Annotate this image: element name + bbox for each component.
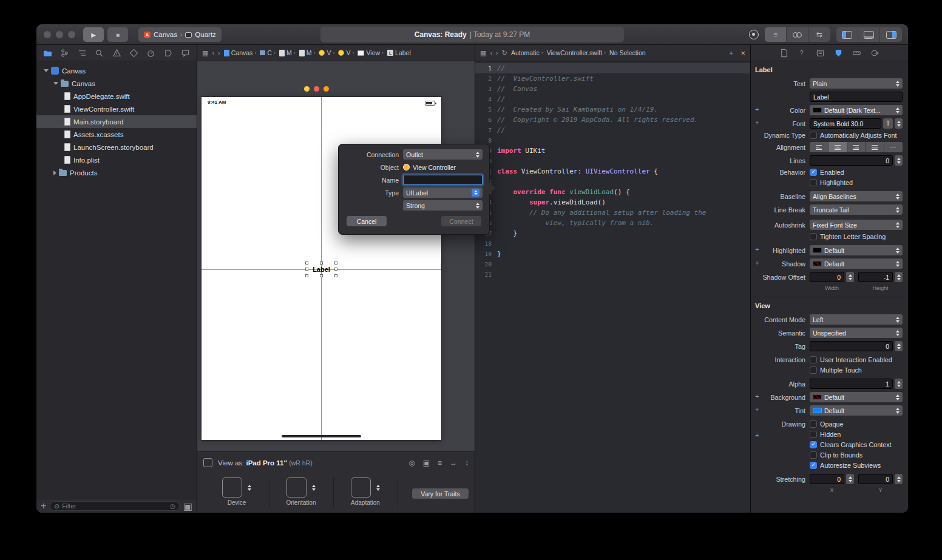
shadow-width-field[interactable]: 0 — [810, 272, 844, 282]
crumb-folder[interactable]: C› — [260, 49, 276, 56]
font-picker-button[interactable]: T — [883, 118, 893, 129]
line-number[interactable]: 20 — [475, 259, 497, 269]
label-text-field[interactable]: Label — [810, 92, 903, 102]
background-color-popup[interactable]: Default — [810, 392, 903, 402]
stretching-y-stepper[interactable] — [895, 474, 903, 484]
line-number[interactable]: 7 — [475, 125, 497, 135]
file-row[interactable]: Info.plist — [36, 153, 197, 166]
file-row[interactable]: Main.storyboard — [36, 115, 197, 128]
code-line[interactable]: 12 — [475, 177, 750, 187]
version-editor-button[interactable]: ⇆ — [808, 27, 830, 42]
attributes-inspector-tab[interactable] — [834, 49, 843, 58]
shadow-height-stepper[interactable] — [895, 272, 903, 282]
embed-icon[interactable]: ▣ — [423, 459, 430, 467]
align-center-segment[interactable] — [828, 142, 847, 152]
resize-handle[interactable] — [334, 268, 337, 271]
autoshrink-popup[interactable]: Fixed Font Size — [810, 220, 903, 230]
name-input[interactable] — [403, 175, 483, 185]
connection-popup[interactable]: Outlet — [403, 149, 483, 160]
disclosure-open-icon[interactable] — [44, 69, 49, 72]
crumb-file[interactable]: M› — [299, 49, 316, 56]
code-line[interactable]: 19} — [475, 249, 750, 259]
close-window-button[interactable] — [44, 31, 51, 38]
toggle-inspector-button[interactable] — [880, 27, 902, 42]
alpha-field[interactable]: 1 — [810, 379, 893, 389]
source-control-navigator-tab[interactable] — [60, 49, 69, 58]
recents-icon[interactable]: ◷ — [170, 502, 175, 510]
align-natural-segment[interactable]: --- — [884, 142, 903, 152]
code-line[interactable]: 4// — [475, 94, 750, 104]
add-editor-icon[interactable]: + — [729, 49, 734, 58]
code-line[interactable]: 11class ViewController: UIViewController… — [475, 166, 750, 177]
tighten-letter-spacing-checkbox[interactable] — [810, 233, 817, 240]
lines-field[interactable]: 0 — [810, 155, 893, 166]
storage-popup[interactable]: Strong — [403, 200, 483, 211]
shadow-color-popup[interactable]: Default — [810, 258, 903, 269]
content-mode-popup[interactable]: Left — [810, 314, 903, 325]
adaptation-box[interactable] — [351, 477, 371, 498]
code-line[interactable]: 10 — [475, 156, 750, 166]
opaque-checkbox[interactable] — [810, 420, 817, 428]
chevron-updown-icon[interactable] — [245, 485, 251, 491]
file-row[interactable]: AppDelegate.swift — [36, 90, 197, 103]
code-line[interactable]: 21 — [475, 269, 750, 280]
file-inspector-tab[interactable] — [779, 49, 788, 58]
align-right-segment[interactable] — [847, 142, 866, 152]
crumb-view[interactable]: View› — [357, 49, 384, 56]
device-config-icon[interactable] — [203, 458, 212, 467]
code-line[interactable]: 6// Copyright © 2019 AppCoda. All rights… — [475, 115, 750, 125]
cancel-button[interactable]: Cancel — [347, 216, 387, 226]
enabled-checkbox[interactable] — [810, 169, 817, 176]
toggle-debug-area-button[interactable] — [858, 27, 880, 42]
back-icon[interactable]: ‹ — [212, 49, 214, 56]
highlighted-color-popup[interactable]: Default — [810, 245, 903, 255]
highlighted-checkbox[interactable] — [810, 179, 817, 186]
filter-field[interactable]: ⊙ ◷ — [50, 501, 180, 511]
add-file-button[interactable]: + — [41, 501, 46, 511]
code-line[interactable]: 16 view, typically from a nib. — [475, 218, 750, 228]
align-justify-segment[interactable] — [866, 142, 884, 152]
selected-label[interactable]: Label — [307, 263, 336, 275]
code-line[interactable]: 5// Created by Sai Kambampati on 1/4/19. — [475, 104, 750, 115]
breakpoint-navigator-tab[interactable] — [164, 49, 173, 58]
constraints-icon[interactable]: ↕ — [465, 459, 469, 467]
find-navigator-tab[interactable] — [95, 49, 104, 58]
project-navigator-tab[interactable] — [43, 49, 52, 58]
resize-handle[interactable] — [320, 274, 323, 277]
code-line[interactable]: 17 } — [475, 228, 750, 238]
assistant-editor-button[interactable] — [787, 27, 808, 42]
update-frames-icon[interactable]: ◎ — [408, 459, 415, 467]
code-line[interactable]: 2// ViewController.swift — [475, 73, 750, 84]
align-icon[interactable]: ↔ — [450, 459, 457, 467]
line-number[interactable]: 18 — [475, 238, 497, 249]
tree-row-products[interactable]: Products — [36, 166, 197, 179]
crumb-view-controller[interactable]: V› — [338, 49, 354, 56]
add-icon[interactable]: + — [755, 393, 759, 400]
code-line[interactable]: 7// — [475, 125, 750, 135]
line-number[interactable]: 4 — [475, 94, 497, 104]
code-line[interactable]: 15 // Do any additional setup after load… — [475, 207, 750, 218]
device-box[interactable] — [222, 477, 242, 498]
add-icon[interactable]: + — [755, 259, 759, 266]
toggle-navigator-button[interactable] — [836, 27, 858, 42]
resize-handle[interactable] — [305, 268, 308, 271]
add-icon[interactable]: + — [755, 119, 759, 126]
resize-handle[interactable] — [305, 274, 308, 277]
forward-icon[interactable]: › — [496, 49, 498, 56]
vary-for-traits-button[interactable]: Vary for Traits — [412, 488, 469, 499]
issue-navigator-tab[interactable] — [112, 49, 121, 58]
add-icon[interactable]: + — [755, 406, 759, 413]
quick-help-inspector-tab[interactable]: ? — [798, 49, 807, 58]
related-items-icon[interactable]: ▦ — [202, 49, 208, 57]
disclosure-closed-icon[interactable] — [53, 170, 56, 175]
minimize-window-button[interactable] — [56, 31, 63, 38]
tag-field[interactable]: 0 — [810, 341, 893, 351]
scheme-selector[interactable]: A Canvas › Quartz — [138, 27, 222, 42]
standard-editor-button[interactable]: ≡ — [765, 27, 787, 42]
tree-row-group[interactable]: Canvas — [36, 77, 197, 90]
hidden-checkbox[interactable] — [810, 431, 817, 438]
connect-button[interactable]: Connect — [441, 216, 481, 226]
crumb-selection[interactable]: No Selection — [609, 49, 646, 56]
exit-icon[interactable] — [324, 86, 329, 92]
add-icon[interactable]: + — [755, 431, 759, 439]
